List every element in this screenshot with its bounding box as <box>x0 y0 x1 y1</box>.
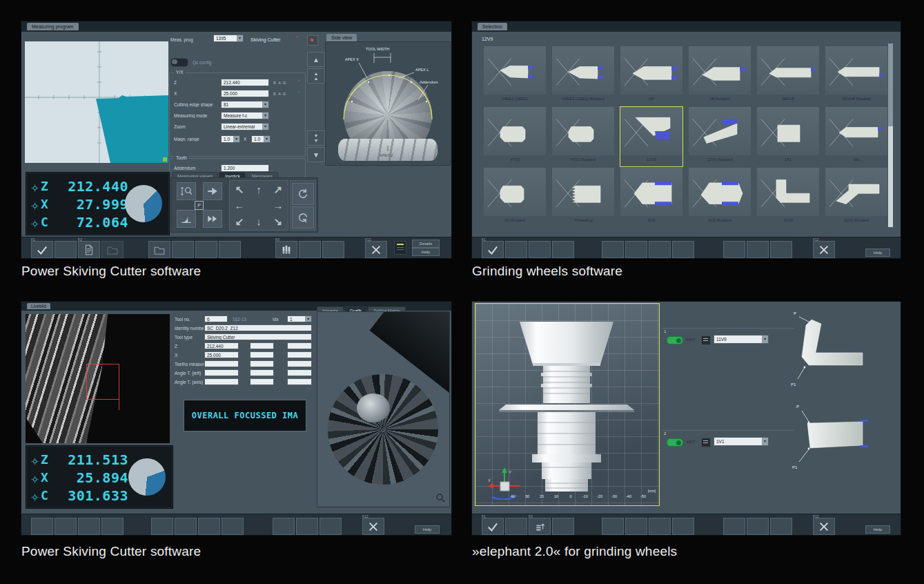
wheel-thumb[interactable]: 4T03 Rotated <box>552 107 614 166</box>
page-up-button[interactable]: ▲▲ <box>307 68 325 84</box>
ramp-move-button[interactable] <box>177 210 196 228</box>
magnifier-icon[interactable] <box>435 493 445 503</box>
footer-button-blank[interactable] <box>672 241 694 258</box>
footer-button-blank[interactable] <box>219 241 241 258</box>
tab-side-view[interactable]: Side view <box>326 34 357 41</box>
footer-button-blank[interactable] <box>320 518 342 535</box>
confirm-button[interactable] <box>482 241 504 258</box>
form-wide-input[interactable]: SC_D20.2_Z12 <box>204 324 312 331</box>
param-input[interactable]: 25.000 <box>221 90 269 97</box>
form-small-input[interactable] <box>287 342 312 349</box>
tool-magazine-button[interactable] <box>275 241 297 258</box>
footer-button-blank[interactable] <box>672 518 694 535</box>
param-select[interactable]: 81▾ <box>221 101 269 108</box>
footer-button-blank[interactable] <box>602 518 624 535</box>
wheel-thumb[interactable]: 12V9 Rotated <box>689 107 751 166</box>
wheel-thumb[interactable]: 1K Rotated <box>484 168 546 227</box>
footer-button-blank[interactable] <box>625 241 647 258</box>
wheel-3d-viewport[interactable]: Y X 403020100-10-20-30-40-50 [mm] <box>475 303 660 506</box>
joystick-up-button[interactable]: ↑ <box>249 182 268 197</box>
tab-measuring-program[interactable]: Measuring program <box>27 23 79 30</box>
measure-zoom-button[interactable] <box>177 182 196 200</box>
footer-button-blank[interactable] <box>78 518 100 535</box>
wheel-thumb[interactable]: 14EE1 (1EE1) Rotated <box>552 46 614 106</box>
wheel-thumb[interactable]: 2C6 <box>620 168 682 227</box>
form-small-input[interactable] <box>287 369 312 376</box>
joystick-left-button[interactable]: ← <box>230 197 249 213</box>
help-button[interactable]: Help <box>865 249 890 257</box>
wheel-thumb[interactable]: 1B1 <box>825 107 887 166</box>
form-small-input[interactable] <box>250 378 274 385</box>
tool-number-input[interactable]: 6 <box>204 315 228 322</box>
joystick-down-right-button[interactable]: ↘ <box>268 213 288 229</box>
form-small-input[interactable] <box>250 360 274 367</box>
footer-button-blank[interactable] <box>625 518 647 535</box>
wheel-shape-select[interactable]: 11V9 ▾ <box>714 335 769 344</box>
visibility-toggle[interactable] <box>667 438 683 447</box>
footer-button-blank[interactable] <box>770 241 792 258</box>
wheel-thumb[interactable]: 12V9 <box>620 107 682 166</box>
confirm-button[interactable] <box>31 241 53 258</box>
param-stepper[interactable]: 1.0▾ <box>251 135 271 143</box>
fast-forward-button[interactable] <box>203 210 222 228</box>
rotate-cw-button[interactable] <box>292 206 314 228</box>
form-value-input[interactable] <box>204 369 239 376</box>
scrollbar[interactable] <box>888 43 893 227</box>
form-value-input[interactable]: 212.440 <box>204 342 239 349</box>
form-small-input[interactable] <box>250 351 274 358</box>
footer-button-blank[interactable] <box>296 518 318 535</box>
footer-button-blank[interactable] <box>602 241 624 258</box>
tab-live-image[interactable]: Livebild <box>27 303 50 309</box>
footer-button-blank[interactable] <box>505 241 527 258</box>
step-down-button[interactable]: ▼ <box>307 147 325 162</box>
footer-button-blank[interactable] <box>175 518 197 535</box>
footer-button-blank[interactable] <box>529 241 551 258</box>
form-value-input[interactable] <box>204 360 239 367</box>
form-small-input[interactable] <box>250 369 274 376</box>
footer-button-blank[interactable] <box>222 518 244 535</box>
footer-button-blank[interactable] <box>198 518 220 535</box>
form-small-input[interactable] <box>287 378 312 385</box>
joystick-down-left-button[interactable]: ↙ <box>230 213 249 229</box>
cancel-button[interactable] <box>362 518 384 535</box>
form-small-input[interactable] <box>287 351 312 358</box>
program-number-select[interactable]: 1395 ▾ <box>213 35 244 42</box>
param-select[interactable]: Linear-extremal▾ <box>221 123 269 130</box>
wheel-shape-select[interactable]: 1V1 ▾ <box>714 437 769 446</box>
footer-button-blank[interactable] <box>723 241 745 258</box>
footer-button-blank[interactable] <box>151 518 173 535</box>
param-select[interactable]: Measure f-c▾ <box>221 112 269 119</box>
wheel-thumb[interactable]: 1F1 <box>757 107 819 166</box>
footer-button-blank[interactable] <box>723 518 745 535</box>
idx-select[interactable]: 1▾ <box>287 315 312 322</box>
wheel-thumb[interactable]: 2EV1B <box>757 46 819 106</box>
folder-button[interactable] <box>148 241 170 258</box>
tab-selection[interactable]: Selection <box>478 23 507 30</box>
footer-button-blank[interactable] <box>31 518 53 535</box>
move-right-icon-button[interactable] <box>203 182 222 200</box>
footer-button-blank[interactable] <box>299 241 321 258</box>
footer-button-blank[interactable] <box>747 241 769 258</box>
joystick-up-left-button[interactable]: ↖ <box>230 182 249 197</box>
footer-button-blank[interactable] <box>55 518 77 535</box>
help-button[interactable]: Help <box>412 248 440 256</box>
view-option-button[interactable] <box>307 35 318 46</box>
help-button[interactable]: Help <box>865 525 890 534</box>
footer-button-blank[interactable] <box>273 518 295 535</box>
form-value-input[interactable] <box>204 378 239 385</box>
page-down-button[interactable]: ▼▼ <box>307 130 325 146</box>
scrollbar-thumb[interactable] <box>888 43 893 126</box>
footer-button-blank[interactable] <box>649 241 671 258</box>
wheel-thumb[interactable]: 2C6 Rotated <box>689 168 751 227</box>
wheel-thumb[interactable]: 1B <box>620 46 682 106</box>
folder-button[interactable] <box>101 241 124 258</box>
program-edit-button[interactable] <box>78 241 100 258</box>
wheel-thumb[interactable]: Threading <box>552 168 614 227</box>
wheel-thumb[interactable]: 11V0 <box>757 168 819 227</box>
cancel-button[interactable] <box>365 241 387 258</box>
wheel-thumb[interactable]: 11V2 Rotated <box>825 168 887 227</box>
joystick-down-button[interactable]: ↓ <box>249 213 268 229</box>
footer-button-blank[interactable] <box>172 241 194 258</box>
param-input[interactable]: 212.440 <box>221 79 269 86</box>
wheel-thumb[interactable]: 1B Rotated <box>689 46 751 106</box>
